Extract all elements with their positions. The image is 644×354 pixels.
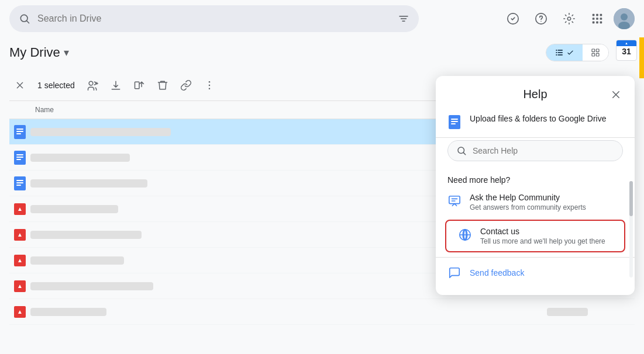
help-community-text: Ask the Help Community Get answers from … <box>470 193 586 211</box>
gcal-icon[interactable]: ▲ 31 <box>616 40 637 61</box>
list-view-button[interactable] <box>546 44 583 61</box>
svg-line-59 <box>463 152 465 154</box>
svg-rect-43 <box>16 133 21 134</box>
search-bar[interactable] <box>9 5 419 32</box>
svg-rect-9 <box>593 14 595 16</box>
svg-rect-36 <box>135 82 139 89</box>
svg-point-38 <box>209 85 211 86</box>
delete-button[interactable] <box>152 75 173 96</box>
svg-rect-11 <box>600 14 602 16</box>
search-icon <box>19 13 30 25</box>
help-featured-text: Upload files & folders to Google Drive <box>470 114 606 123</box>
need-more-label: Need more help? <box>436 168 635 187</box>
apps-button[interactable] <box>586 7 609 30</box>
svg-point-37 <box>209 81 211 83</box>
help-contact-item[interactable]: Contact us Tell us more and we'll help y… <box>445 220 625 252</box>
svg-rect-41 <box>16 129 23 130</box>
file-name <box>30 205 118 213</box>
svg-rect-55 <box>451 119 458 120</box>
svg-rect-10 <box>596 14 598 16</box>
file-type-icon: ▲ <box>9 203 30 215</box>
file-name <box>30 308 106 316</box>
help-community-title: Ask the Help Community <box>470 193 586 202</box>
help-scrollbar[interactable] <box>629 181 633 277</box>
globe-icon <box>458 228 472 242</box>
send-feedback-label: Send feedback <box>470 268 524 277</box>
my-drive-title[interactable]: My Drive ▾ <box>9 45 69 60</box>
file-type-icon: ▲ <box>9 229 30 241</box>
top-bar <box>0 0 644 37</box>
yellow-pin <box>639 37 644 78</box>
file-name <box>30 282 153 290</box>
search-icon <box>456 145 467 156</box>
drive-header: My Drive ▾ <box>9 37 635 70</box>
chevron-down-icon: ▾ <box>64 46 69 59</box>
feedback-button[interactable] <box>501 7 525 30</box>
help-community-item[interactable]: Ask the Help Community Get answers from … <box>436 187 635 217</box>
gcal-date: 31 <box>622 47 631 55</box>
svg-rect-51 <box>16 185 21 186</box>
svg-rect-46 <box>16 157 23 158</box>
top-right-icons <box>501 7 635 30</box>
help-community-desc: Get answers from community experts <box>470 203 586 211</box>
owner-col <box>547 308 635 316</box>
file-type-icon <box>9 151 30 165</box>
svg-point-23 <box>556 54 557 55</box>
svg-rect-42 <box>16 131 23 132</box>
my-drive-label: My Drive <box>9 45 60 60</box>
help-divider-2 <box>436 257 635 258</box>
file-name <box>30 231 142 239</box>
deselect-button[interactable] <box>9 75 30 96</box>
file-type-icon: ▲ <box>9 306 30 318</box>
help-header: Help <box>436 76 635 108</box>
file-type-icon: ▲ <box>9 255 30 266</box>
gcal-header: ▲ <box>617 40 636 46</box>
help-contact-inner: Contact us Tell us more and we'll help y… <box>446 221 624 251</box>
avatar[interactable] <box>614 8 635 29</box>
owner-name <box>547 308 588 316</box>
svg-rect-45 <box>16 154 23 155</box>
filter-icon[interactable] <box>398 13 409 25</box>
search-input[interactable] <box>37 13 391 24</box>
svg-line-1 <box>27 21 29 23</box>
file-name <box>30 128 171 136</box>
svg-rect-12 <box>593 18 595 20</box>
feedback-icon <box>447 266 462 280</box>
help-divider <box>436 137 635 138</box>
send-feedback-button[interactable]: Send feedback <box>436 260 635 286</box>
help-search-input[interactable] <box>473 146 614 155</box>
move-button[interactable] <box>129 75 150 96</box>
more-button[interactable] <box>199 75 220 96</box>
svg-point-21 <box>556 50 557 51</box>
help-search[interactable] <box>447 140 623 161</box>
help-button[interactable] <box>529 7 553 30</box>
svg-rect-26 <box>592 53 595 56</box>
doc-icon <box>447 115 462 129</box>
add-person-button[interactable] <box>82 75 103 96</box>
svg-rect-15 <box>593 22 595 24</box>
download-button[interactable] <box>105 75 126 96</box>
svg-rect-25 <box>596 49 599 52</box>
link-button[interactable] <box>175 75 197 96</box>
svg-point-19 <box>621 13 628 20</box>
help-contact-desc: Tell us more and we'll help you get ther… <box>480 237 605 245</box>
svg-rect-49 <box>16 180 23 181</box>
grid-view-button[interactable] <box>583 44 608 61</box>
file-type-icon <box>9 125 30 139</box>
help-featured-item[interactable]: Upload files & folders to Google Drive <box>436 108 635 135</box>
file-name <box>30 179 147 188</box>
file-name-col <box>30 308 547 316</box>
help-featured-title: Upload files & folders to Google Drive <box>470 114 606 123</box>
svg-rect-16 <box>596 22 598 24</box>
help-close-button[interactable] <box>607 85 625 104</box>
community-icon <box>447 194 462 208</box>
table-row[interactable]: ▲ <box>9 299 635 325</box>
svg-rect-56 <box>451 121 458 122</box>
svg-rect-50 <box>16 182 23 183</box>
svg-rect-17 <box>600 22 602 24</box>
svg-rect-47 <box>16 159 21 160</box>
settings-button[interactable] <box>557 7 581 30</box>
file-type-icon <box>9 176 30 190</box>
svg-rect-13 <box>596 18 598 20</box>
file-name <box>30 256 124 265</box>
